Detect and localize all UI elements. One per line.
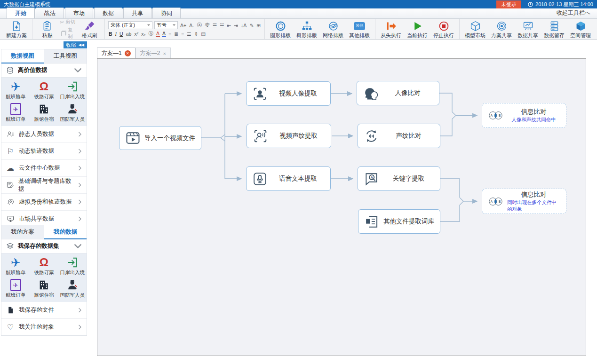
new-plan-button[interactable]: 新建方案 [3,20,30,38]
align-left-button[interactable]: ≡ [168,31,172,37]
bold-button[interactable]: B [108,31,113,37]
model-market-button[interactable]: 模型市场 [462,20,488,38]
tab-data-view[interactable]: 数据视图 [1,49,44,63]
borders-button[interactable]: ▤ [200,31,206,37]
run-from-start-button[interactable]: 从头执行 [378,20,404,38]
flow-node-other-files-lexicon[interactable]: 其他文件提取词库 [358,209,440,234]
flow-node-voiceprint-compare[interactable]: 声纹比对 [358,124,440,148]
edit-marks-button[interactable]: ✎ [249,23,254,28]
superscript-button[interactable]: x² [134,31,139,37]
italic-button[interactable]: I [115,32,118,37]
copy-button[interactable]: 复制 [60,27,77,40]
ribbon-tab-data[interactable]: 数据 [94,8,122,18]
grow-font-button[interactable]: A+ [180,23,187,28]
format-painter-button[interactable]: 格式刷 [77,20,102,38]
sidebar-item-dynamic-trajectory[interactable]: ⚐ 动态轨迹数据 [1,143,87,160]
sidebar-item-basic-research[interactable]: 基础调研与专题库数据 [1,177,87,194]
dataset-border-entry[interactable]: 口岸出入境 [58,256,87,276]
node-label: 声纹比对 [383,132,434,140]
font-family-select[interactable]: 宋体 (正文) [108,21,152,29]
font-color-button[interactable]: A [162,31,166,37]
flow-node-video-portrait-extract[interactable]: 视频人像提取 [246,81,331,106]
shrink-font-button[interactable]: A- [189,23,195,28]
flow-node-info-compare-2[interactable]: A B 信息比对 同时出现在多个文件中的对象 [482,189,566,214]
sidebar-item-cloud-file-center[interactable]: ☁ 云文件中心数据 [1,160,87,177]
plan-share-button[interactable]: 方案共享 [488,20,515,38]
number-list-button[interactable]: ☱ [219,23,224,28]
font-size-select[interactable]: 五号 [154,21,178,29]
sidebar-item-static-personnel[interactable]: 静态人员数据 [1,126,87,143]
flow-node-portrait-compare[interactable]: 人像比对 [357,81,439,105]
dataset-border-entry[interactable]: 口岸出入境 [58,80,87,100]
cut-button[interactable]: ✂ 剪切 [60,19,77,25]
line-spacing-button[interactable]: ⇕ [194,31,199,37]
dataset-military-personnel[interactable]: 国防军人员 [58,279,87,299]
ribbon-tab-market[interactable]: 市场 [65,8,93,18]
outdent-button[interactable]: ⇤ [226,23,231,28]
ribbon-tab-tactics[interactable]: 战法 [36,8,64,18]
dataset-flight-manifest[interactable]: ✈ 航班舱单 [1,256,30,276]
sidebar-collapse-button[interactable]: 收缩 ◀◀ [64,41,87,48]
paste-button[interactable]: 粘贴 [35,20,60,38]
stop-button[interactable]: 停止执行 [430,20,457,38]
ribbon-tab-collab[interactable]: 协同 [152,8,181,18]
ribbon-tab-start[interactable]: 开始 [7,8,35,18]
flow-node-video-voiceprint-extract[interactable]: 视频声纹提取 [247,124,331,148]
highlight-color-button[interactable]: A [156,31,160,37]
tab-my-data[interactable]: 我的数据 [44,225,87,239]
bullet-list-button[interactable]: ☰ [212,23,217,28]
doc-tab-plan-1[interactable]: 方案—1 × [97,47,135,58]
scissors-icon: ✂ [60,19,64,25]
flow-node-speech-text-extract[interactable]: 语音文本提取 [246,166,331,191]
login-status-badge[interactable]: 未登录 [496,0,521,8]
change-case-button[interactable]: Ⓐ [197,22,203,29]
close-tab-icon[interactable]: × [163,51,166,56]
dataset-flight-order[interactable]: ✈ 航班订单 [1,279,30,299]
align-center-button[interactable]: ≣ [174,31,179,37]
dataset-railway-ticket[interactable]: Ω 铁路订票 [30,80,58,100]
dataset-railway-ticket[interactable]: Ω 铁路订票 [30,256,58,276]
circle-layout-button[interactable]: 圆形排版 [267,20,294,38]
dataset-flight-order[interactable]: ✈ 航班订单 [1,103,30,123]
network-layout-button[interactable]: 网络排版 [320,20,346,38]
ribbon-tab-share[interactable]: 共享 [123,8,151,18]
doc-tab-plan-2[interactable]: 方案—2 × [135,47,171,58]
sidebar-item-my-saved-files[interactable]: 我保存的文件 [1,302,87,319]
space-management-button[interactable]: 空间管理 [567,20,594,38]
chevron-right-icon [78,166,82,171]
section-high-value-data[interactable]: 高价值数据 [1,63,87,78]
close-tab-icon[interactable]: × [125,50,131,56]
collapse-toolbar-button[interactable]: 收起工具栏へ [557,9,597,18]
chevron-right-icon [78,199,82,205]
underline-button[interactable]: U [119,31,124,37]
justify-button[interactable]: ☰ [186,31,191,37]
phonetic-button[interactable]: 变 [204,22,210,29]
dataset-hotel-stay[interactable]: 旅馆住宿 [30,103,58,123]
sort-button[interactable]: ↓A [240,23,247,28]
tab-tool-view[interactable]: 工具视图 [44,49,87,63]
sidebar-item-virtual-identity[interactable]: 虚拟身份和轨迹数据 [1,194,87,211]
dataset-military-personnel[interactable]: 国防军人员 [58,103,87,123]
sidebar-item-my-followed-objects[interactable]: ♡ 我关注的对象 [1,319,87,335]
run-current-button[interactable]: 当前执行 [404,20,430,38]
align-right-button[interactable]: ≡ [181,31,184,37]
flow-canvas[interactable]: 导入一个视频文件 视频人像提取 视频声纹提取 语音文本提取 人像比对 声纹比对 … [97,58,586,356]
border-entry-icon [66,256,79,269]
strikethrough-button[interactable]: ab [126,31,132,37]
other-layout-button[interactable]: 其他 其他排版 [346,20,373,38]
text-effects-button[interactable]: Ⓐ [148,31,154,37]
dataset-hotel-stay[interactable]: 旅馆住宿 [30,279,58,299]
tree-layout-button[interactable]: 树形排版 [294,20,320,38]
data-retention-button[interactable]: 数据留存 [541,20,567,38]
table-button[interactable]: ⊞ [256,23,261,28]
flow-node-video-import[interactable]: 导入一个视频文件 [119,126,201,150]
tab-my-plans[interactable]: 我的方案 [1,225,44,239]
flow-node-info-compare-1[interactable]: A B 信息比对 人像和声纹共同命中 [482,103,566,128]
new-document-icon [11,20,23,32]
subscript-button[interactable]: x₂ [141,31,146,37]
data-share-button[interactable]: 数据共享 [515,20,541,38]
indent-button[interactable]: ⇥ [233,23,239,28]
flow-node-keyword-extract[interactable]: 关键字提取 [358,166,440,191]
dataset-flight-manifest[interactable]: ✈ 航班舱单 [1,80,30,100]
section-my-saved-datasets[interactable]: 我保存的数据集 [1,239,87,253]
